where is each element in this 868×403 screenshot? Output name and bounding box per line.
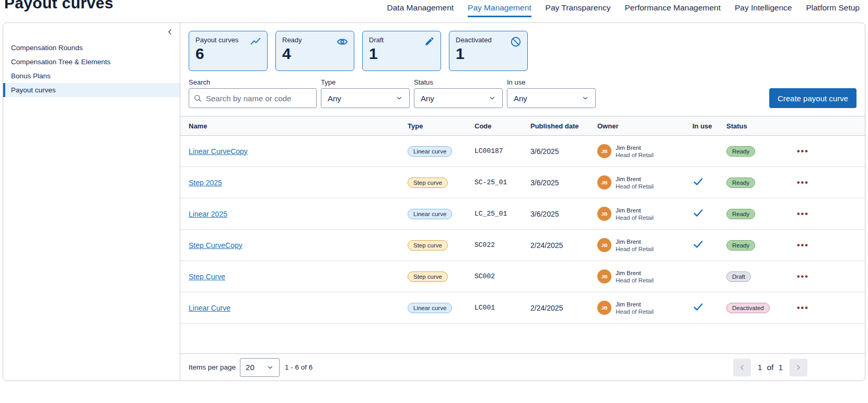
status-badge: Ready (726, 146, 755, 157)
search-label: Search (189, 78, 317, 86)
type-pill: Linear curve (408, 209, 452, 219)
row-actions-menu[interactable]: ••• (797, 209, 809, 218)
curve-name-link[interactable]: Linear CurveCopy (189, 147, 248, 156)
row-actions-menu[interactable]: ••• (797, 147, 809, 156)
col-header-status: Status (726, 122, 789, 130)
type-select-value: Any (328, 94, 341, 103)
avatar: JB (597, 207, 611, 221)
owner-cell: JB Jim Brent Head of Retail (597, 238, 692, 253)
table-row: Step CurveCopy Step curve SC022 2/24/202… (180, 230, 865, 261)
status-badge: Ready (726, 177, 755, 188)
table-footer: Items per page 20 1 - 6 of 6 1 of 1 (180, 353, 865, 381)
create-payout-curve-button[interactable]: Create payout curve (769, 88, 857, 108)
curve-code: SC-25_01 (474, 179, 530, 186)
sidebar-item-bonus-plans[interactable]: Bonus Plans (3, 69, 180, 83)
chevron-down-icon (582, 94, 589, 102)
stat-card-payout-curves: Payout curves6 (189, 31, 268, 71)
in-use-check-icon (692, 239, 704, 250)
chevron-down-icon (396, 94, 403, 102)
owner-title: Head of Retail (616, 183, 654, 190)
nav-item-data-management[interactable]: Data Management (387, 3, 454, 17)
stat-card-ready: Ready4 (275, 31, 354, 71)
curve-code: LC00187 (474, 147, 530, 155)
col-header-name: Name (180, 122, 408, 130)
search-input[interactable] (189, 88, 317, 108)
nav-item-pay-intelligence[interactable]: Pay Intelligence (735, 3, 792, 17)
status-badge: Draft (726, 271, 751, 282)
col-header-type: Type (408, 122, 474, 130)
range-text: 1 - 6 of 6 (285, 363, 313, 371)
chevron-left-icon (165, 27, 175, 37)
type-pill: Step curve (408, 240, 448, 251)
pencil-icon (424, 36, 435, 46)
curve-name-link[interactable]: Linear 2025 (189, 210, 227, 218)
curve-name-link[interactable]: Linear Curve (189, 304, 230, 312)
table-row: Linear CurveCopy Linear curve LC00187 3/… (180, 136, 865, 167)
status-select[interactable]: Any (414, 88, 503, 108)
col-header-in-use: In use (692, 122, 726, 130)
curve-name-link[interactable]: Step 2025 (189, 179, 222, 187)
owner-title: Head of Retail (616, 151, 654, 159)
in-use-select[interactable]: Any (507, 88, 596, 108)
in-use-check-icon (692, 207, 704, 219)
owner-name: Jim Brent (616, 144, 654, 151)
sidebar: Compensation RoundsCompensation Tree & E… (3, 23, 180, 381)
sidebar-items: Compensation RoundsCompensation Tree & E… (3, 41, 180, 97)
row-actions-menu[interactable]: ••• (797, 241, 809, 250)
status-select-value: Any (421, 94, 434, 103)
pagination: 1 of 1 (733, 359, 807, 376)
sidebar-collapse-button[interactable] (165, 27, 175, 37)
sidebar-item-compensation-tree-elements[interactable]: Compensation Tree & Elements (3, 55, 180, 69)
nav-item-platform-setup[interactable]: Platform Setup (806, 3, 860, 17)
type-pill: Linear curve (408, 303, 452, 313)
owner-title: Head of Retail (616, 245, 654, 253)
items-per-page-value: 20 (246, 363, 254, 372)
stat-value: 4 (282, 45, 348, 63)
nav-item-performance-management[interactable]: Performance Management (625, 3, 721, 17)
chevron-down-icon (267, 364, 274, 371)
owner-cell: JB Jim Brent Head of Retail (597, 301, 692, 315)
table-row: Step 2025 Step curve SC-25_01 3/6/2025 J… (180, 167, 865, 198)
row-actions-menu[interactable]: ••• (797, 178, 809, 187)
published-date: 3/6/2025 (530, 147, 597, 156)
curve-code: SC022 (474, 241, 530, 249)
sidebar-item-payout-curves[interactable]: Payout curves (3, 83, 180, 97)
nav-item-pay-management[interactable]: Pay Management (468, 3, 531, 17)
published-date: 2/24/2025 (530, 241, 597, 250)
chevron-right-icon (794, 363, 803, 372)
total-pages: 1 (778, 363, 783, 372)
stat-card-deactivated: Deactivated1 (449, 31, 528, 71)
table-row: Linear 2025 Linear curve LC_25_01 3/6/20… (180, 198, 865, 230)
sidebar-item-compensation-rounds[interactable]: Compensation Rounds (3, 41, 180, 55)
top-nav: Data ManagementPay ManagementPay Transpa… (387, 0, 860, 17)
col-header-published-date: Published date (530, 122, 597, 130)
search-filter: Search (189, 78, 317, 108)
stat-value: 6 (195, 45, 261, 63)
type-select[interactable]: Any (321, 88, 410, 108)
eye-icon (337, 36, 348, 48)
payout-curves-table: Name Type Code Published date Owner In u… (180, 116, 865, 324)
owner-name: Jim Brent (616, 301, 654, 308)
avatar: JB (597, 238, 611, 252)
curve-name-link[interactable]: Step Curve (189, 272, 225, 281)
owner-title: Head of Retail (616, 214, 654, 221)
row-actions-menu[interactable]: ••• (797, 303, 809, 312)
next-page-button[interactable] (790, 359, 807, 376)
stat-value: 1 (456, 45, 521, 63)
curve-code: LC001 (474, 304, 530, 312)
items-per-page-select[interactable]: 20 (240, 358, 280, 377)
curve-name-link[interactable]: Step CurveCopy (189, 241, 242, 250)
page-indicator: 1 of 1 (758, 363, 783, 372)
row-actions-menu[interactable]: ••• (797, 272, 809, 281)
published-date: 3/6/2025 (530, 179, 597, 187)
owner-name: Jim Brent (616, 238, 654, 245)
nav-item-pay-transparency[interactable]: Pay Transparency (546, 3, 611, 17)
curve-code: SC002 (474, 272, 530, 280)
previous-page-button[interactable] (733, 359, 751, 376)
owner-cell: JB Jim Brent Head of Retail (597, 269, 692, 284)
filters-row: Search Type Any Statu (189, 78, 857, 108)
col-header-owner: Owner (597, 122, 692, 130)
stat-card-draft: Draft1 (362, 31, 441, 71)
stats-row: Payout curves6Ready4Draft1Deactivated1 (189, 31, 857, 71)
in-use-label: In use (507, 78, 596, 86)
